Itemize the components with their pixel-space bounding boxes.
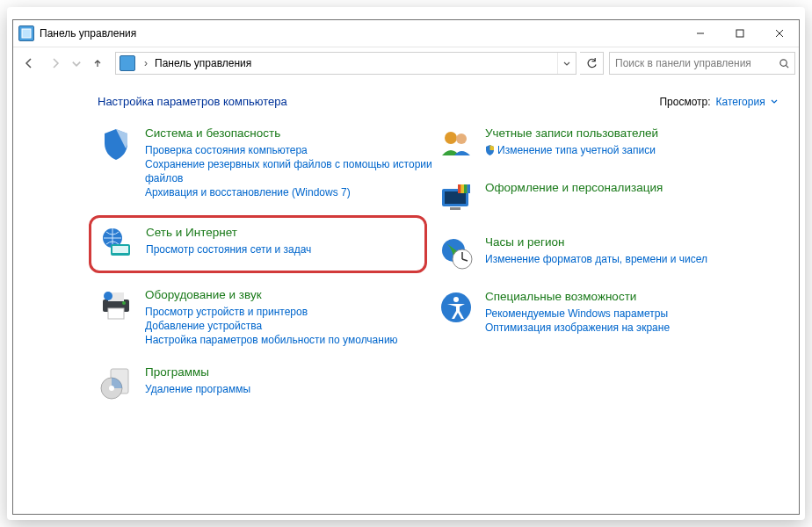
category-title[interactable]: Сеть и Интернет	[146, 226, 237, 239]
maximize-button[interactable]	[720, 21, 759, 47]
category-ease-of-access: Специальные возможности Рекомендуемые Wi…	[438, 284, 778, 347]
svg-point-19	[456, 134, 467, 144]
svg-rect-0	[22, 29, 31, 38]
highlight-annotation: Сеть и Интернет Просмотр состояния сети …	[89, 215, 427, 273]
category-title[interactable]: Оборудование и звук	[145, 288, 262, 301]
column-right: Учетные записи пользователей Изменение т…	[438, 120, 778, 414]
task-link[interactable]: Архивация и восстановление (Windows 7)	[145, 185, 438, 199]
column-left: Система и безопасность Проверка состояни…	[98, 120, 438, 414]
svg-rect-26	[468, 184, 471, 193]
view-label: Просмотр:	[659, 96, 710, 108]
svg-point-13	[122, 301, 126, 305]
svg-rect-2	[736, 30, 743, 37]
navbar: › Панель управления	[13, 47, 799, 79]
refresh-button[interactable]	[580, 52, 604, 75]
task-link[interactable]: Сохранение резервных копий файлов с помо…	[145, 157, 438, 185]
ease-of-access-icon	[438, 289, 475, 326]
svg-point-18	[445, 132, 457, 144]
svg-rect-21	[445, 191, 466, 204]
printer-icon	[98, 287, 134, 324]
task-link[interactable]: Просмотр устройств и принтеров	[145, 305, 438, 319]
task-link[interactable]: Проверка состояния компьютера	[145, 143, 438, 157]
content-area: Настройка параметров компьютера Просмотр…	[13, 79, 799, 514]
recent-locations-button[interactable]	[69, 51, 83, 76]
task-link[interactable]: Оптимизация изображения на экране	[485, 321, 778, 335]
task-link[interactable]: Изменение форматов даты, времени и чисел	[485, 252, 778, 266]
task-link[interactable]: Рекомендуемые Windows параметры	[485, 307, 778, 321]
clock-globe-icon	[438, 235, 475, 271]
category-title[interactable]: Программы	[145, 365, 209, 379]
breadcrumb-item[interactable]: Панель управления	[153, 57, 253, 69]
control-panel-icon	[18, 25, 34, 41]
svg-rect-25	[464, 184, 468, 193]
shield-icon	[98, 126, 134, 162]
minimize-button[interactable]	[680, 21, 720, 47]
category-title[interactable]: Часы и регион	[485, 235, 564, 249]
svg-rect-12	[108, 308, 124, 319]
globe-network-icon	[98, 225, 135, 262]
chevron-right-icon[interactable]: ›	[139, 57, 153, 69]
back-button[interactable]	[17, 51, 41, 76]
svg-line-6	[786, 65, 788, 68]
svg-rect-23	[458, 184, 461, 193]
view-by: Просмотр: Категория	[659, 96, 778, 108]
category-network-internet: Сеть и Интернет Просмотр состояния сети …	[98, 225, 414, 262]
category-system-security: Система и безопасность Проверка состояни…	[98, 120, 438, 212]
uac-shield-icon	[485, 145, 495, 155]
view-value: Категория	[716, 96, 765, 108]
category-hardware-sound: Оборудование и звук Просмотр устройств и…	[98, 282, 438, 359]
monitor-personalization-icon	[438, 180, 475, 217]
task-link[interactable]: Добавление устройства	[145, 319, 438, 333]
search-box[interactable]	[609, 52, 795, 75]
search-input[interactable]	[610, 57, 773, 69]
address-bar[interactable]: › Панель управления	[115, 52, 576, 75]
category-appearance: Оформление и персонализация	[438, 175, 778, 229]
svg-rect-9	[112, 246, 128, 253]
category-title[interactable]: Оформление и персонализация	[485, 181, 663, 194]
up-button[interactable]	[85, 51, 110, 76]
category-title[interactable]: Система и безопасность	[145, 126, 280, 140]
titlebar: Панель управления	[13, 20, 799, 47]
task-link[interactable]: Изменение типа учетной записи	[497, 143, 656, 157]
task-link[interactable]: Настройка параметров мобильности по умол…	[145, 333, 438, 347]
window: Панель управления	[12, 19, 800, 515]
forward-button[interactable]	[43, 51, 68, 76]
category-programs: Программы Удаление программы	[98, 359, 438, 414]
page-heading: Настройка параметров компьютера	[98, 95, 287, 108]
svg-point-33	[453, 297, 459, 302]
category-clock-region: Часы и регион Изменение форматов даты, в…	[438, 229, 778, 284]
search-icon[interactable]	[773, 58, 794, 69]
address-dropdown-button[interactable]	[557, 53, 576, 74]
users-icon	[438, 126, 475, 162]
close-button[interactable]	[759, 21, 799, 47]
view-dropdown[interactable]: Категория	[716, 96, 778, 108]
window-title: Панель управления	[40, 27, 136, 40]
svg-point-14	[104, 292, 112, 300]
svg-point-5	[779, 59, 786, 65]
task-link[interactable]: Просмотр состояния сети и задач	[146, 242, 414, 256]
category-user-accounts: Учетные записи пользователей Изменение т…	[438, 120, 778, 175]
category-title[interactable]: Специальные возможности	[485, 290, 636, 303]
svg-rect-27	[450, 207, 460, 210]
svg-rect-24	[461, 184, 465, 193]
category-title[interactable]: Учетные записи пользователей	[485, 126, 658, 140]
disc-box-icon	[98, 365, 134, 401]
control-panel-icon	[120, 55, 135, 71]
svg-point-17	[109, 386, 114, 391]
task-link[interactable]: Удаление программы	[145, 382, 438, 396]
